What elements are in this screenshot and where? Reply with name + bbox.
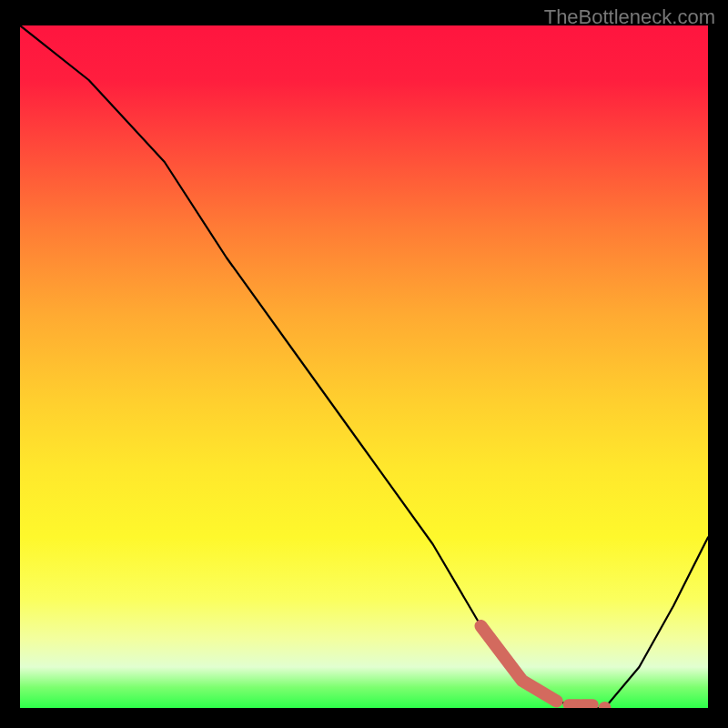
chart-svg-layer — [20, 25, 708, 708]
chart-line-main — [20, 25, 708, 708]
chart-plot-area — [20, 25, 708, 708]
watermark-text: TheBottleneck.com — [544, 5, 715, 29]
chart-highlight-knee — [481, 626, 557, 702]
